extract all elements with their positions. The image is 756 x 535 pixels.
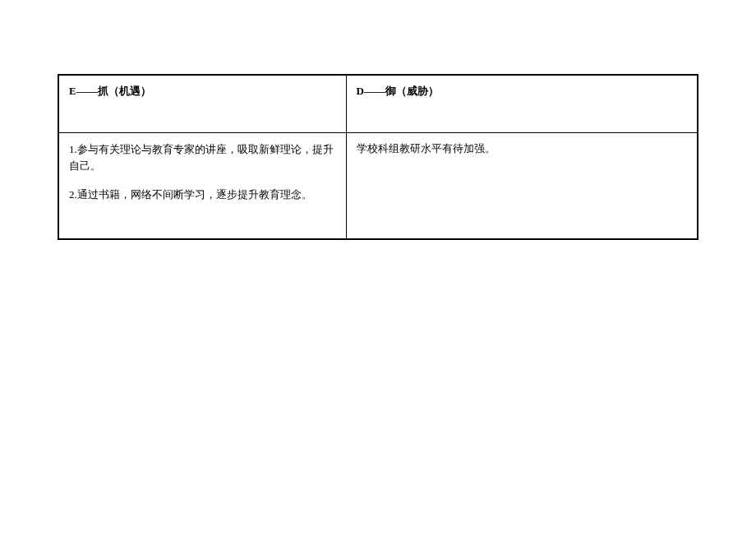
content-threat-text: 学校科组教研水平有待加强。 <box>357 142 496 155</box>
header-cell-opportunity: E——抓（机遇） <box>58 75 346 132</box>
content-line-1: 1.参与有关理论与教育专家的讲座，吸取新鲜理论，提升自己。 <box>69 141 336 176</box>
content-cell-opportunity: 1.参与有关理论与教育专家的讲座，吸取新鲜理论，提升自己。 2.通过书籍，网络不… <box>58 132 346 239</box>
header-label-opportunity: E——抓（机遇） <box>69 85 151 97</box>
swot-table: E——抓（机遇） D——御（威胁） 1.参与有关理论与教育专家的讲座，吸取新鲜理… <box>58 74 698 240</box>
table-content-row: 1.参与有关理论与教育专家的讲座，吸取新鲜理论，提升自己。 2.通过书籍，网络不… <box>58 132 698 239</box>
content-line-2: 2.通过书籍，网络不间断学习，逐步提升教育理念。 <box>69 187 336 204</box>
header-label-threat: D——御（威胁） <box>357 85 439 97</box>
swot-table-container: E——抓（机遇） D——御（威胁） 1.参与有关理论与教育专家的讲座，吸取新鲜理… <box>58 74 698 240</box>
table-header-row: E——抓（机遇） D——御（威胁） <box>58 75 698 132</box>
header-cell-threat: D——御（威胁） <box>346 75 698 132</box>
content-cell-threat: 学校科组教研水平有待加强。 <box>346 132 698 239</box>
